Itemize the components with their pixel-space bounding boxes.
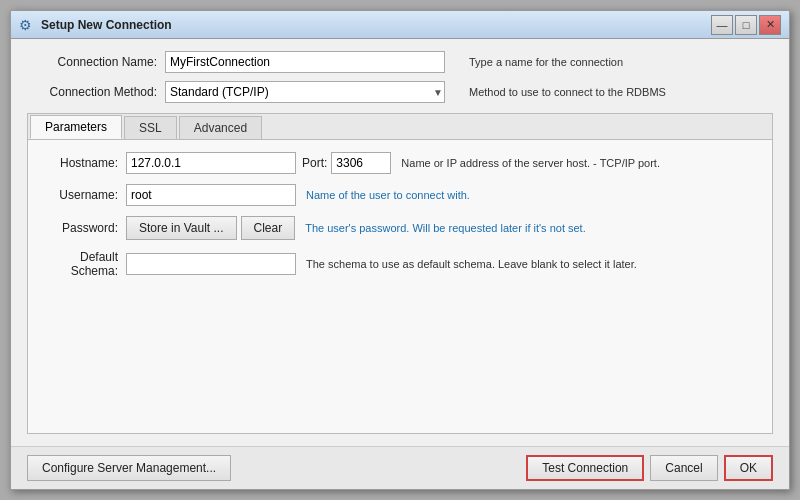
connection-name-label: Connection Name: bbox=[27, 55, 157, 69]
footer-left: Configure Server Management... bbox=[27, 455, 518, 481]
title-bar-buttons: — □ ✕ bbox=[711, 15, 781, 35]
username-input[interactable] bbox=[126, 184, 296, 206]
store-in-vault-button[interactable]: Store in Vault ... bbox=[126, 216, 237, 240]
window-title: Setup New Connection bbox=[41, 18, 711, 32]
port-input[interactable] bbox=[331, 152, 391, 174]
setup-connection-window: ⚙ Setup New Connection — □ ✕ Connection … bbox=[10, 10, 790, 490]
password-label: Password: bbox=[36, 221, 126, 235]
password-hint: The user's password. Will be requested l… bbox=[305, 222, 586, 234]
hostname-label: Hostname: bbox=[36, 156, 126, 170]
configure-server-management-button[interactable]: Configure Server Management... bbox=[27, 455, 231, 481]
connection-name-row: Connection Name: Type a name for the con… bbox=[27, 51, 773, 73]
tabs-panel: Parameters SSL Advanced Hostname: Port: … bbox=[27, 113, 773, 434]
title-bar: ⚙ Setup New Connection — □ ✕ bbox=[11, 11, 789, 39]
default-schema-row: Default Schema: The schema to use as def… bbox=[36, 250, 764, 278]
password-row: Password: Store in Vault ... Clear The u… bbox=[36, 216, 764, 240]
username-row: Username: Name of the user to connect wi… bbox=[36, 184, 764, 206]
hostname-row: Hostname: Port: Name or IP address of th… bbox=[36, 152, 764, 174]
connection-method-label: Connection Method: bbox=[27, 85, 157, 99]
connection-method-row: Connection Method: Standard (TCP/IP) ▼ M… bbox=[27, 81, 773, 103]
connection-method-select[interactable]: Standard (TCP/IP) bbox=[165, 81, 445, 103]
maximize-button[interactable]: □ bbox=[735, 15, 757, 35]
tab-ssl[interactable]: SSL bbox=[124, 116, 177, 139]
test-connection-button[interactable]: Test Connection bbox=[526, 455, 644, 481]
hostname-input[interactable] bbox=[126, 152, 296, 174]
tab-advanced[interactable]: Advanced bbox=[179, 116, 262, 139]
password-buttons: Store in Vault ... Clear bbox=[126, 216, 295, 240]
footer-right: Test Connection Cancel OK bbox=[526, 455, 773, 481]
close-button[interactable]: ✕ bbox=[759, 15, 781, 35]
connection-name-input[interactable] bbox=[165, 51, 445, 73]
username-hint: Name of the user to connect with. bbox=[306, 189, 470, 201]
port-group: Port: bbox=[296, 152, 391, 174]
tabs-header: Parameters SSL Advanced bbox=[28, 114, 772, 140]
username-label: Username: bbox=[36, 188, 126, 202]
window-icon: ⚙ bbox=[19, 17, 35, 33]
connection-name-hint: Type a name for the connection bbox=[469, 56, 623, 68]
parameters-tab-content: Hostname: Port: Name or IP address of th… bbox=[28, 140, 772, 433]
cancel-button[interactable]: Cancel bbox=[650, 455, 717, 481]
default-schema-input[interactable] bbox=[126, 253, 296, 275]
clear-button[interactable]: Clear bbox=[241, 216, 296, 240]
port-label: Port: bbox=[302, 156, 327, 170]
hostname-hint: Name or IP address of the server host. -… bbox=[401, 157, 660, 169]
ok-button[interactable]: OK bbox=[724, 455, 773, 481]
footer: Configure Server Management... Test Conn… bbox=[11, 446, 789, 489]
minimize-button[interactable]: — bbox=[711, 15, 733, 35]
default-schema-label: Default Schema: bbox=[36, 250, 126, 278]
connection-method-wrapper: Standard (TCP/IP) ▼ bbox=[165, 81, 445, 103]
default-schema-hint: The schema to use as default schema. Lea… bbox=[306, 258, 637, 270]
main-content: Connection Name: Type a name for the con… bbox=[11, 39, 789, 446]
tab-parameters[interactable]: Parameters bbox=[30, 115, 122, 139]
connection-method-hint: Method to use to connect to the RDBMS bbox=[469, 86, 666, 98]
